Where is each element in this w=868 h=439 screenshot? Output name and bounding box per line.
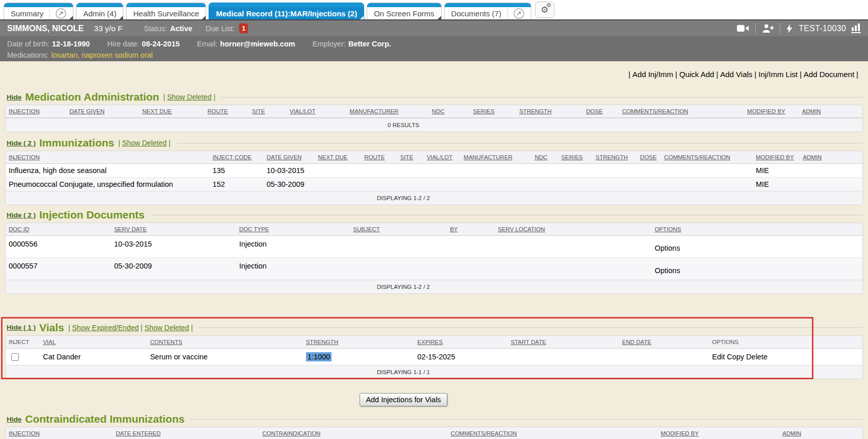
column-header-doc-id[interactable]: DOC ID	[6, 223, 111, 236]
tab-label: On Screen Forms	[374, 9, 434, 18]
column-header-strength[interactable]: STRENGTH	[516, 105, 583, 118]
column-header-start-date[interactable]: START DATE	[507, 336, 619, 349]
show-deleted-link[interactable]: Show Deleted	[122, 139, 167, 147]
column-header-modified-by[interactable]: MODIFIED BY	[744, 105, 799, 118]
column-header-next-due[interactable]: NEXT DUE	[315, 151, 361, 164]
action-link-add-document[interactable]: Add Document	[804, 70, 854, 79]
column-header-contents[interactable]: CONTENTS	[147, 336, 303, 349]
patient-info-band: Date of birth:12-18-1990 Hire date:08-24…	[0, 36, 868, 61]
column-header-ndc[interactable]: NDC	[531, 151, 558, 164]
column-header-label: NEXT DUE	[142, 108, 172, 114]
column-header-admin[interactable]: ADMIN	[800, 151, 862, 164]
column-header-modified-by[interactable]: MODIFIED BY	[753, 151, 800, 164]
tab-health-surveillance[interactable]: Health Surveillance	[126, 3, 206, 19]
section-title: Vials	[39, 322, 64, 334]
action-link-inj-imm-list[interactable]: Inj/Imm List	[758, 70, 798, 79]
column-header-series[interactable]: SERIES	[558, 151, 593, 164]
add-injections-for-vials-button[interactable]: Add Injections for Vials	[360, 393, 447, 406]
column-header-injection[interactable]: INJECTION	[6, 151, 210, 164]
hide-toggle-link[interactable]: Hide ( 1 )	[7, 324, 36, 331]
due-list-badge[interactable]: 1	[239, 23, 248, 33]
row-action-cell[interactable]: Edit Copy Delete	[709, 348, 862, 365]
column-header-admin[interactable]: ADMIN	[799, 105, 862, 118]
toolbar-divider	[780, 23, 780, 34]
column-header-vial-lot[interactable]: VIAL/LOT	[287, 105, 347, 118]
results-footer: DISPLAYING 1-2 / 2	[6, 191, 862, 205]
header-rule	[199, 327, 863, 328]
column-header-options[interactable]: OPTIONS	[709, 336, 862, 349]
lightning-bolt-icon[interactable]	[786, 24, 793, 33]
tab-medical-record-11-mar-injections-2[interactable]: Medical Record (11):MAR/Injections (2)	[209, 3, 364, 19]
show-deleted-link[interactable]: Show Deleted	[144, 324, 189, 332]
hire-date-label: Hire date:	[107, 40, 139, 48]
column-header-manufacturer[interactable]: MANUFACTURER	[461, 151, 531, 164]
column-header-injection[interactable]: INJECTION	[6, 105, 66, 118]
column-header-route[interactable]: ROUTE	[361, 151, 397, 164]
table-cell	[6, 348, 40, 365]
column-header-modified-by[interactable]: MODIFIED BY	[657, 427, 779, 439]
column-header-serv-location[interactable]: SERV LOCATION	[495, 223, 651, 236]
video-camera-icon[interactable]	[737, 25, 749, 32]
column-header-vial-lot[interactable]: VIAL/LOT	[424, 151, 461, 164]
row-action-cell[interactable]: Options	[652, 236, 862, 258]
column-header-label: ADMIN	[782, 430, 801, 436]
column-header-site[interactable]: SITE	[249, 105, 287, 118]
column-header-options[interactable]: OPTIONS	[652, 223, 862, 236]
column-header-doc-type[interactable]: DOC TYPE	[236, 223, 350, 236]
column-header-label: ADMIN	[802, 108, 821, 114]
column-header-comments-reaction[interactable]: COMMENTS/REACTION	[661, 151, 753, 164]
medications-list[interactable]: losartan, naproxen sodium oral	[51, 51, 152, 59]
column-header-date-given[interactable]: DATE GIVEN	[264, 151, 315, 164]
tab-admin-4[interactable]: Admin (4)	[76, 3, 123, 19]
column-header-route[interactable]: ROUTE	[205, 105, 249, 118]
hide-toggle-link[interactable]: Hide ( 2 )	[7, 139, 36, 147]
column-header-next-due[interactable]: NEXT DUE	[139, 105, 205, 118]
column-header-dose[interactable]: DOSE	[583, 105, 619, 118]
tab-on-screen-forms[interactable]: On Screen Forms	[367, 3, 441, 19]
employer-label: Employer:	[313, 40, 346, 48]
column-header-strength[interactable]: STRENGTH	[593, 151, 637, 164]
settings-tab[interactable]: ⚙ ⚙	[535, 2, 554, 18]
tab-documents-7[interactable]: Documents (7)↗	[444, 3, 531, 19]
bar-chart-icon[interactable]	[851, 23, 861, 33]
add-person-icon[interactable]	[762, 24, 774, 33]
show-deleted-link[interactable]: Show Deleted	[167, 93, 212, 101]
hide-toggle-link[interactable]: Hide	[7, 93, 21, 101]
section-panel: INJECTIONINJECT CODEDATE GIVENNEXT DUERO…	[5, 151, 863, 205]
tab-divider	[507, 7, 508, 19]
tab-summary[interactable]: Summary↗	[4, 3, 73, 19]
action-link-add-inj-imm[interactable]: Add Inj/Imm	[632, 70, 673, 79]
column-header-strength[interactable]: STRENGTH	[303, 336, 414, 349]
table-cell: 10-03-2015	[111, 236, 236, 258]
column-header-inject[interactable]: INJECT	[6, 336, 40, 349]
hide-toggle-link[interactable]: Hide	[7, 416, 21, 423]
tab-corner-notch-icon	[202, 16, 206, 19]
hide-toggle-link[interactable]: Hide ( 2 )	[7, 211, 36, 219]
column-header-vial[interactable]: VIAL	[40, 336, 147, 349]
column-header-expires[interactable]: EXPIRES	[414, 336, 507, 349]
column-header-subject[interactable]: SUBJECT	[350, 223, 447, 236]
column-header-site[interactable]: SITE	[397, 151, 424, 164]
column-header-manufacturer[interactable]: MANUFACTURER	[347, 105, 429, 118]
column-header-injection[interactable]: INJECTION	[6, 427, 113, 439]
show-expired-ended-link[interactable]: Show Expired/Ended	[72, 324, 139, 332]
popout-icon[interactable]: ↗	[56, 8, 66, 19]
column-header-date-entered[interactable]: DATE ENTERED	[113, 427, 259, 439]
column-header-end-date[interactable]: END DATE	[619, 336, 709, 349]
column-header-serv-date[interactable]: SERV DATE	[111, 223, 236, 236]
column-header-admin[interactable]: ADMIN	[779, 427, 862, 439]
column-header-by[interactable]: BY	[447, 223, 495, 236]
column-header-dose[interactable]: DOSE	[637, 151, 661, 164]
column-header-comments-reaction[interactable]: COMMENTS/REACTION	[448, 427, 658, 439]
column-header-date-given[interactable]: DATE GIVEN	[66, 105, 139, 118]
popout-icon[interactable]: ↗	[514, 8, 524, 19]
action-link-quick-add[interactable]: Quick Add	[679, 70, 714, 79]
column-header-comments-reaction[interactable]: COMMENTS/REACTION	[619, 105, 744, 118]
column-header-ndc[interactable]: NDC	[429, 105, 470, 118]
column-header-series[interactable]: SERIES	[470, 105, 516, 118]
row-action-cell[interactable]: Options	[652, 258, 862, 280]
vial-select-checkbox[interactable]	[11, 353, 19, 361]
column-header-inject-code[interactable]: INJECT CODE	[210, 151, 264, 164]
column-header-contraindication[interactable]: CONTRAINDICATION	[259, 427, 448, 439]
action-link-add-vials[interactable]: Add Vials	[720, 70, 752, 79]
